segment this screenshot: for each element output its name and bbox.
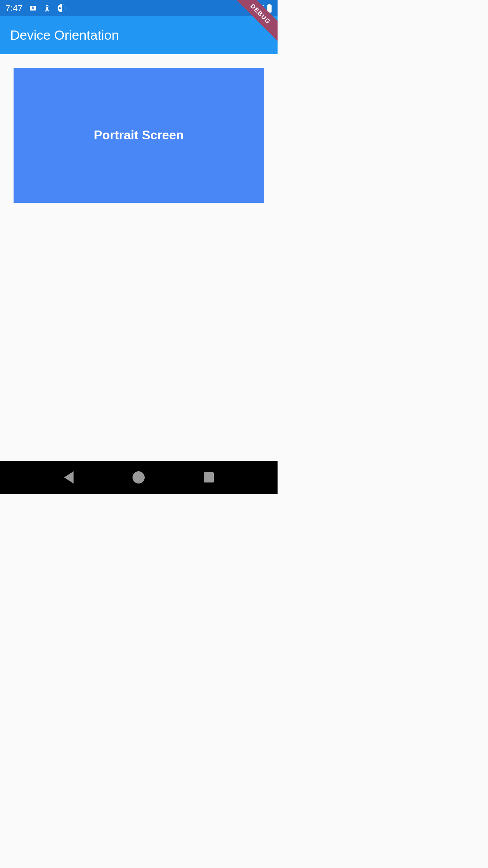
content-area: Portrait Screen [0,54,278,216]
location-icon [43,4,51,12]
navigation-bar [0,461,278,494]
back-triangle-icon [64,471,74,484]
svg-text:A: A [31,6,34,11]
keyboard-icon: A [29,4,37,12]
orientation-label: Portrait Screen [94,128,184,142]
back-button[interactable] [60,469,77,486]
home-button[interactable] [130,469,147,486]
app-icon [57,4,66,13]
status-time: 7:47 [5,3,23,14]
svg-rect-6 [268,4,271,5]
recent-square-icon [204,472,214,482]
app-bar: Device Orientation [0,16,278,54]
page-title: Device Orientation [10,28,119,43]
status-bar: 7:47 A [0,0,278,16]
status-left-group: 7:47 A [5,3,66,14]
svg-point-4 [59,7,60,9]
home-circle-icon [133,471,145,484]
recent-button[interactable] [200,469,217,486]
orientation-card: Portrait Screen [14,68,264,203]
